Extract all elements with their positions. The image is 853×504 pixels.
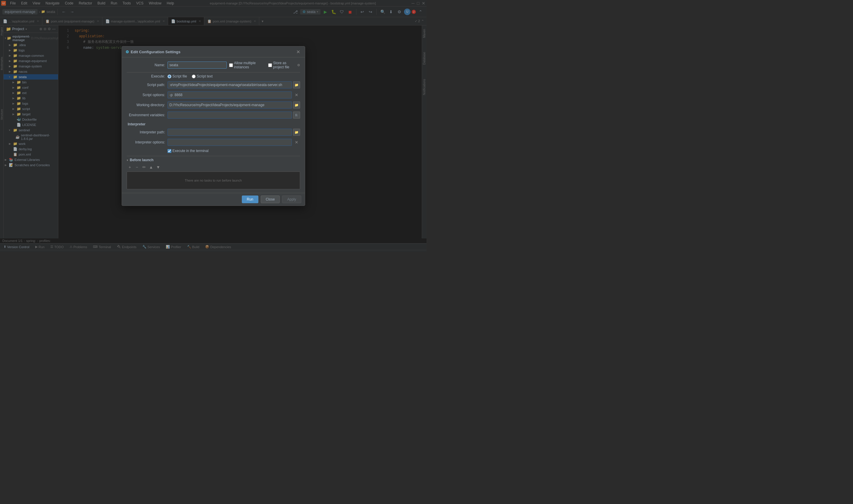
script-path-row: Script path: 📁 [127, 81, 300, 88]
execute-row: Execute: Script file Script text [127, 74, 300, 78]
execute-terminal-checkbox[interactable] [168, 149, 171, 153]
dialog-close-button[interactable]: ✕ [295, 49, 301, 55]
allow-multiple-checkbox[interactable] [229, 63, 233, 67]
script-options-label: Script options: [127, 93, 165, 97]
env-vars-label: Environment variables: [127, 113, 165, 117]
script-text-radio[interactable] [192, 74, 196, 78]
store-as-project-gear-icon: ⚙ [297, 63, 300, 67]
store-as-project-checkbox[interactable] [268, 63, 272, 67]
script-path-label: Script path: [127, 83, 165, 87]
dialog-title: ⚙ Edit Configuration Settings [125, 50, 180, 54]
interpreter-section-header: Interpreter [127, 122, 300, 126]
interpreter-options-input[interactable] [168, 139, 292, 146]
script-options-input[interactable] [168, 91, 292, 98]
script-options-field: ✕ [168, 91, 300, 98]
interpreter-options-row: Interpreter options: ✕ [127, 139, 300, 146]
execute-label: Execute: [127, 74, 165, 78]
dialog-body: Name: Allow multiple instances Store as … [122, 57, 305, 193]
interpreter-options-field: ✕ [168, 139, 300, 146]
interpreter-path-field: 📁 [168, 129, 300, 136]
dialog-icon: ⚙ [125, 50, 129, 54]
store-as-project-text: Store as project file [273, 61, 296, 69]
interpreter-options-clear-btn[interactable]: ✕ [293, 139, 300, 146]
script-text-text: Script text [197, 74, 212, 78]
env-vars-input[interactable] [168, 111, 292, 119]
before-launch-label: Before launch [130, 158, 154, 162]
name-field-label: Name: [127, 63, 165, 67]
script-path-field: 📁 [168, 81, 300, 88]
working-dir-browse-btn[interactable]: 📁 [293, 102, 300, 109]
execute-options: Script file Script text [168, 74, 300, 78]
apply-button[interactable]: Apply [282, 196, 301, 203]
before-launch-collapse[interactable]: ▾ [127, 159, 128, 162]
env-vars-row: Environment variables: ⎘ [127, 111, 300, 119]
before-launch-edit-btn[interactable]: ✏ [141, 164, 147, 170]
interpreter-path-browse-btn[interactable]: 📁 [293, 129, 300, 136]
before-launch-down-btn[interactable]: ▼ [155, 164, 162, 170]
execute-terminal-label[interactable]: Execute in the terminal [168, 149, 209, 153]
close-button[interactable]: Close [261, 196, 280, 203]
before-launch-toolbar: + − ✏ ▲ ▼ [127, 164, 300, 170]
script-text-option[interactable]: Script text [192, 74, 212, 78]
script-file-text: Script file [173, 74, 187, 78]
execute-terminal-row: Execute in the terminal [127, 149, 300, 153]
before-launch-add-btn[interactable]: + [127, 164, 133, 170]
before-launch-remove-btn[interactable]: − [134, 164, 140, 170]
name-row: Name: Allow multiple instances Store as … [127, 61, 300, 69]
before-launch-empty-area: There are no tasks to run before launch [127, 172, 300, 189]
name-field-container [168, 61, 227, 69]
before-launch-up-btn[interactable]: ▲ [148, 164, 155, 170]
interpreter-path-input[interactable] [168, 129, 292, 136]
dialog-title-bar: ⚙ Edit Configuration Settings ✕ [122, 47, 305, 57]
dialog-footer: Run Close Apply [122, 193, 305, 205]
allow-multiple-label[interactable]: Allow multiple instances [229, 61, 263, 69]
script-path-input[interactable] [168, 81, 292, 88]
script-file-option[interactable]: Script file [168, 74, 187, 78]
env-vars-copy-btn[interactable]: ⎘ [293, 111, 300, 119]
working-dir-field: 📁 [168, 102, 300, 109]
working-dir-input[interactable] [168, 102, 292, 109]
interpreter-path-row: Interpreter path: 📁 [127, 129, 300, 136]
env-vars-field: ⎘ [168, 111, 300, 119]
interpreter-path-label: Interpreter path: [127, 130, 165, 134]
execute-terminal-text: Execute in the terminal [173, 149, 209, 153]
store-as-project-label[interactable]: Store as project file ⚙ [268, 61, 300, 69]
before-launch-section: ▾ Before launch [127, 156, 300, 164]
script-options-clear-btn[interactable]: ✕ [293, 91, 300, 98]
script-path-browse-btn[interactable]: 📁 [293, 81, 300, 88]
edit-configuration-dialog: ⚙ Edit Configuration Settings ✕ Name: Al… [122, 46, 305, 206]
run-button[interactable]: Run [242, 196, 258, 203]
dialog-title-text: Edit Configuration Settings [131, 50, 180, 54]
name-input[interactable] [168, 61, 227, 69]
script-file-radio[interactable] [168, 74, 171, 78]
script-options-row: Script options: ✕ [127, 91, 300, 98]
working-dir-row: Working directory: 📁 [127, 102, 300, 109]
working-dir-label: Working directory: [127, 103, 165, 107]
no-tasks-message: There are no tasks to run before launch [179, 173, 248, 188]
allow-multiple-text: Allow multiple instances [234, 61, 263, 69]
modal-overlay: ⚙ Edit Configuration Settings ✕ Name: Al… [0, 0, 426, 252]
interpreter-options-label: Interpreter options: [127, 140, 165, 144]
